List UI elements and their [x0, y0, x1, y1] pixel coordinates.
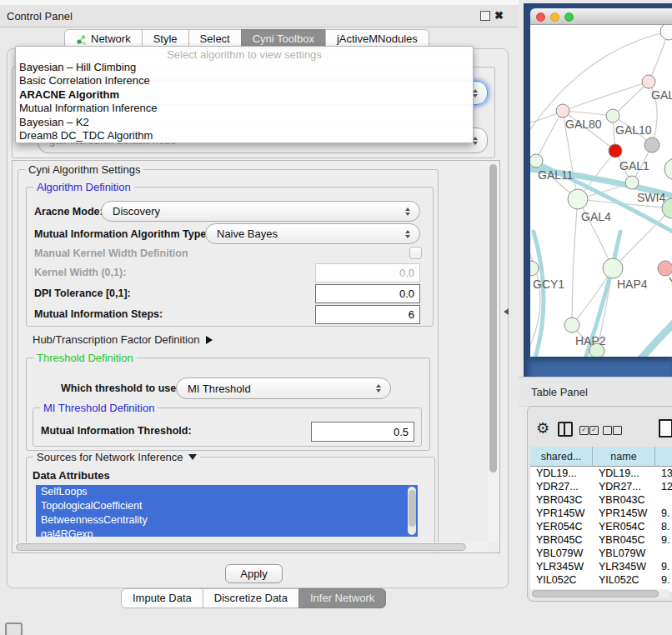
attribute-item-selfloops[interactable]: SelfLoops: [36, 485, 418, 499]
table-cell: 9.: [655, 573, 672, 587]
checked-box-icon[interactable]: ✓: [579, 426, 589, 435]
network-graph: GAL7GAL80GAL10GAL11GAL1SWI4GAL4GCY1HAP4Y…: [530, 25, 672, 357]
attribute-item-gal4rgexp[interactable]: gal4RGexp: [36, 528, 418, 537]
column-header-a[interactable]: A: [655, 447, 672, 467]
dpi-tolerance-input[interactable]: 0.0: [315, 284, 420, 303]
document-icon[interactable]: [659, 419, 672, 438]
table-row[interactable]: YER054CYER054C8.: [530, 520, 672, 533]
table-cell: YLR345W: [530, 560, 593, 573]
mi-threshold-input[interactable]: 0.5: [311, 422, 414, 442]
settings-horizontal-thumb[interactable]: [16, 543, 466, 551]
float-panel-icon[interactable]: [480, 11, 490, 21]
table-row[interactable]: YDR27...YDR27...12: [530, 480, 672, 493]
mi-steps-input[interactable]: 6: [315, 305, 420, 324]
table-cell: YLR345W: [593, 560, 655, 573]
data-attributes-list: SelfLoopsTopologicalCoefficientBetweenne…: [36, 485, 418, 537]
network-node-gal11[interactable]: [530, 154, 543, 168]
which-threshold-combo[interactable]: MI Threshold: [176, 378, 391, 399]
network-canvas[interactable]: GAL7GAL80GAL10GAL11GAL1SWI4GAL4GCY1HAP4Y…: [530, 25, 672, 357]
mi-algorithm-type-label: Mutual Information Algorithm Type:: [34, 228, 209, 240]
settings-vertical-scrollbar[interactable]: [488, 162, 499, 542]
data-attributes-label: Data Attributes: [33, 469, 110, 482]
network-node-y[interactable]: [658, 261, 672, 276]
list-vertical-scrollbar[interactable]: [408, 487, 416, 535]
close-panel-icon[interactable]: ✖: [494, 11, 504, 21]
mi-threshold-label: Mutual Information Threshold:: [41, 425, 192, 437]
zoom-window-icon[interactable]: [564, 12, 574, 22]
aracne-mode-combo[interactable]: Discovery: [101, 201, 420, 222]
algorithm-option-aracne-algorithm[interactable]: ARACNE Algorithm: [16, 88, 473, 102]
algorithm-option-bayesian-hill-climbing[interactable]: Bayesian – Hill Climbing: [16, 61, 473, 74]
node-label-gal7: GAL7: [651, 88, 672, 102]
network-icon: [76, 34, 87, 45]
network-node[interactable]: [660, 25, 672, 40]
tab-discretize-data[interactable]: Discretize Data: [203, 588, 299, 608]
table-cell: YBL079W: [593, 547, 655, 560]
algorithm-option-basic-correlation-inference[interactable]: Basic Correlation Inference: [16, 74, 473, 88]
table-row[interactable]: YBL079WYBL079W: [530, 547, 672, 560]
tab-label: Discretize Data: [214, 589, 288, 608]
mi-algorithm-type-combo[interactable]: Naive Bayes: [205, 223, 420, 244]
which-threshold-label: Which threshold to use:: [61, 382, 179, 394]
table-row[interactable]: YBR045CYBR045C9.: [530, 533, 672, 547]
network-node[interactable]: [664, 158, 672, 180]
tab-impute-data[interactable]: Impute Data: [121, 588, 203, 608]
dpi-tolerance-label: DPI Tolerance [0,1]:: [34, 288, 131, 299]
settings-vertical-thumb[interactable]: [489, 164, 497, 472]
table-cell: YDR27...: [530, 480, 593, 493]
tab-infer-network[interactable]: Infer Network: [298, 588, 386, 608]
column-header-shared-[interactable]: shared...: [530, 447, 593, 467]
table-row[interactable]: YLR345WYLR345W9.: [530, 560, 672, 573]
sources-group-label[interactable]: Sources for Network Inference: [33, 451, 200, 463]
node-label-gal11: GAL11: [538, 168, 574, 182]
gear-icon[interactable]: ⚙: [536, 421, 549, 436]
combo-arrows-icon: [405, 208, 410, 216]
unchecked-box-icon[interactable]: [603, 426, 612, 435]
network-node-hap4[interactable]: [603, 258, 623, 278]
table-cell: YPR145W: [530, 507, 593, 520]
panel-collapse-arrow[interactable]: [504, 308, 509, 315]
network-node-gal7[interactable]: [642, 75, 655, 88]
control-panel-title: Control Panel: [7, 10, 73, 22]
columns-icon[interactable]: [558, 422, 573, 437]
table-cell: 9.: [655, 533, 672, 547]
network-node-gal80[interactable]: [556, 104, 569, 118]
network-node[interactable]: [609, 144, 622, 158]
node-label-gal1: GAL1: [619, 159, 649, 172]
unchecked-box-icon[interactable]: [613, 426, 622, 435]
table-horizontal-thumb[interactable]: [532, 590, 659, 598]
checked-box-icon[interactable]: ✓: [589, 426, 599, 435]
table-cell: YBL079W: [530, 547, 593, 560]
kernel-width-input[interactable]: 0.0: [315, 263, 420, 282]
table-cell: [655, 547, 672, 560]
column-header-name[interactable]: name: [593, 447, 655, 467]
table-row[interactable]: YPR145WYPR145W9.: [530, 507, 672, 520]
table-cell: YIL052C: [593, 573, 655, 587]
tab-label: Impute Data: [133, 589, 192, 608]
apply-button[interactable]: Apply: [225, 564, 283, 583]
network-window-titlebar[interactable]: [530, 8, 672, 25]
node-label-gcy1: GCY1: [533, 278, 564, 291]
algorithm-option-mutual-information-inference[interactable]: Mutual Information Inference: [16, 102, 473, 115]
algorithm-option-bayesian-k2[interactable]: Bayesian – K2: [16, 116, 473, 129]
network-node-hap2[interactable]: [564, 318, 579, 332]
table-row[interactable]: YIL052CYIL052C9.: [530, 573, 672, 587]
minimize-window-icon[interactable]: [550, 12, 559, 22]
attribute-item-topologicalcoefficient[interactable]: TopologicalCoefficient: [36, 499, 418, 513]
network-node[interactable]: [644, 138, 659, 152]
docked-mini-icon[interactable]: [5, 622, 23, 635]
settings-horizontal-scrollbar[interactable]: [13, 542, 488, 552]
network-node-gal10[interactable]: [606, 109, 619, 122]
table-horizontal-scrollbar[interactable]: [530, 589, 669, 598]
attribute-item-betweennesscentrality[interactable]: BetweennessCentrality: [36, 513, 418, 528]
table-row[interactable]: YBR043CYBR043C: [530, 493, 672, 507]
table-row[interactable]: YDL19...YDL19...13: [530, 467, 672, 480]
close-window-icon[interactable]: [536, 12, 545, 22]
algorithm-option-dream8-dc-tdc-algorithm[interactable]: Dream8 DC_TDC Algorithm: [16, 129, 473, 142]
network-node-gal1[interactable]: [625, 176, 639, 189]
network-node-gal4[interactable]: [568, 189, 588, 209]
list-scrollbar-thumb[interactable]: [409, 490, 416, 527]
manual-kernel-width-checkbox[interactable]: [409, 247, 422, 259]
tab-label: Infer Network: [310, 589, 374, 608]
hub-definition-expander[interactable]: Hub/Transcription Factor Definition: [33, 333, 213, 346]
